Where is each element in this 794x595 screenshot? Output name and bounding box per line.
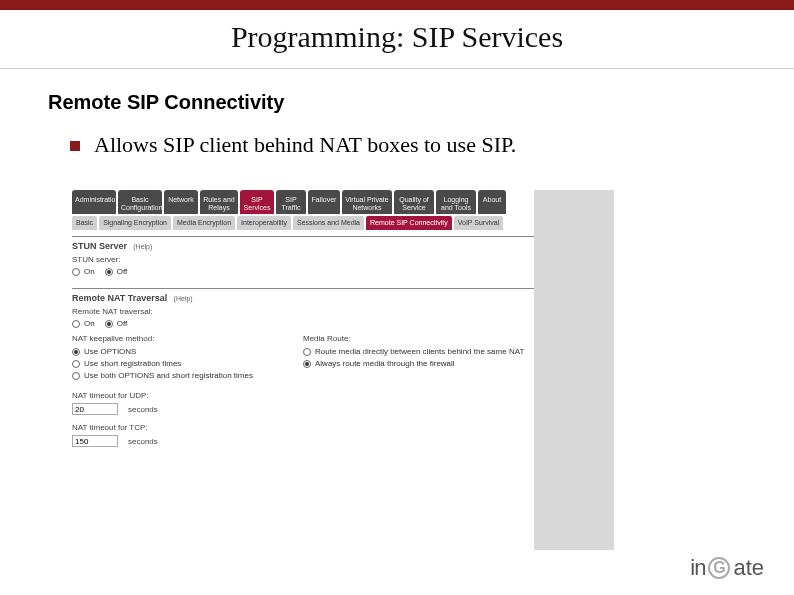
tab-qos[interactable]: Quality of Service [394, 190, 434, 214]
tab-administration[interactable]: Administration [72, 190, 116, 214]
logo-right: ate [733, 555, 764, 581]
ka-opt2-label: Use short registration times [84, 359, 181, 368]
logo-left: in [690, 555, 705, 581]
tab-basic-config[interactable]: Basic Configuration [118, 190, 162, 214]
ingate-logo: inGate [690, 555, 764, 581]
ka-opt1-label: Use OPTIONS [84, 347, 136, 356]
tab-sip-traffic[interactable]: SIP Traffic [276, 190, 306, 214]
rnt-section: Remote NAT Traversal (Help) Remote NAT t… [72, 288, 534, 453]
rnt-off-label: Off [117, 319, 128, 328]
rnt-off-radio[interactable] [105, 320, 113, 328]
udp-label: NAT timeout for UDP: [72, 391, 534, 400]
rnt-help-link[interactable]: (Help) [174, 295, 193, 302]
ka-opt2-radio[interactable] [72, 360, 80, 368]
subtab-media-enc[interactable]: Media Encryption [173, 216, 235, 230]
slide-title: Programming: SIP Services [0, 10, 794, 69]
ka-opt3-radio[interactable] [72, 372, 80, 380]
stun-header: STUN Server [72, 241, 127, 251]
stun-section: STUN Server (Help) STUN server: On Off [72, 236, 534, 282]
tab-logging[interactable]: Logging and Tools [436, 190, 476, 214]
stun-off-label: Off [117, 267, 128, 276]
udp-unit: seconds [128, 405, 158, 414]
stun-help-link[interactable]: (Help) [133, 243, 152, 250]
rnt-on-label: On [84, 319, 95, 328]
tab-about[interactable]: About [478, 190, 506, 214]
tab-failover[interactable]: Failover [308, 190, 340, 214]
mediaroute-header: Media Route: [303, 334, 534, 343]
tcp-unit: seconds [128, 437, 158, 446]
bullet-text: Allows SIP client behind NAT boxes to us… [94, 132, 516, 158]
rnt-on-radio[interactable] [72, 320, 80, 328]
subtab-signaling-enc[interactable]: Signaling Encryption [99, 216, 171, 230]
subtab-interop[interactable]: Interoperability [237, 216, 291, 230]
ka-opt1-radio[interactable] [72, 348, 80, 356]
tcp-label: NAT timeout for TCP: [72, 423, 534, 432]
keepalive-col: NAT keepalive method: Use OPTIONS Use sh… [72, 334, 303, 383]
sub-tab-row: Basic Signaling Encryption Media Encrypt… [72, 216, 534, 230]
bullet-square-icon [70, 141, 80, 151]
subtab-remote-sip[interactable]: Remote SIP Connectivity [366, 216, 452, 230]
keepalive-header: NAT keepalive method: [72, 334, 303, 343]
stun-on-radio[interactable] [72, 268, 80, 276]
tab-vpn[interactable]: Virtual Private Networks [342, 190, 392, 214]
rnt-label: Remote NAT traversal: [72, 307, 534, 316]
ka-opt3-label: Use both OPTIONS and short registration … [84, 371, 253, 380]
mr-opt2-radio[interactable] [303, 360, 311, 368]
subtab-basic[interactable]: Basic [72, 216, 97, 230]
stun-off-radio[interactable] [105, 268, 113, 276]
main-tab-row: Administration Basic Configuration Netwo… [72, 190, 534, 214]
maroon-top-bar [0, 0, 794, 10]
grey-sidebar [534, 190, 614, 550]
rnt-header: Remote NAT Traversal [72, 293, 167, 303]
tcp-input[interactable] [72, 435, 118, 447]
tab-rules-relays[interactable]: Rules and Relays [200, 190, 238, 214]
stun-label: STUN server: [72, 255, 534, 264]
config-panel: Administration Basic Configuration Netwo… [72, 190, 534, 453]
mr-opt1-radio[interactable] [303, 348, 311, 356]
logo-g-icon: G [708, 557, 730, 579]
tab-network[interactable]: Network [164, 190, 198, 214]
bullet-row: Allows SIP client behind NAT boxes to us… [70, 132, 794, 158]
udp-input[interactable] [72, 403, 118, 415]
tab-sip-services[interactable]: SIP Services [240, 190, 274, 214]
slide-subtitle: Remote SIP Connectivity [48, 91, 794, 114]
mediaroute-col: Media Route: Route media directly betwee… [303, 334, 534, 383]
mr-opt2-label: Always route media through the firewall [315, 359, 455, 368]
subtab-sessions[interactable]: Sessions and Media [293, 216, 364, 230]
mr-opt1-label: Route media directly between clients beh… [315, 347, 524, 356]
subtab-voip-survival[interactable]: VoIP Survival [454, 216, 504, 230]
stun-on-label: On [84, 267, 95, 276]
